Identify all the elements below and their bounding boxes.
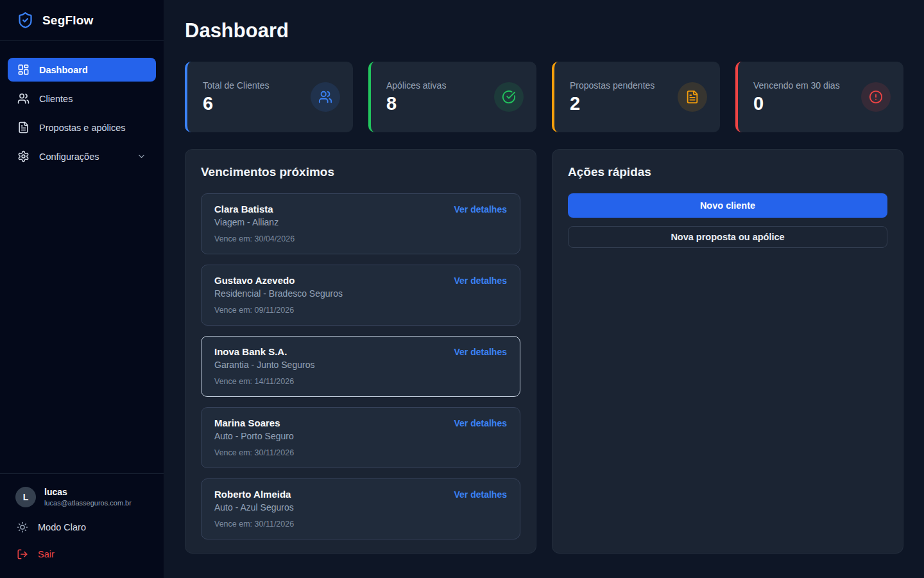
logo: SegFlow xyxy=(0,0,164,41)
stat-label: Propostas pendentes xyxy=(570,80,654,91)
user-name: lucas xyxy=(44,487,132,498)
due-date: Vence em: 30/11/2026 xyxy=(214,448,507,457)
stat-value: 6 xyxy=(203,94,270,114)
log-out-icon xyxy=(17,548,28,560)
users-icon xyxy=(311,82,340,112)
view-details-link[interactable]: Ver detalhes xyxy=(454,347,508,357)
due-date: Vence em: 30/04/2026 xyxy=(214,234,507,243)
new-client-button[interactable]: Novo cliente xyxy=(568,193,887,218)
user-profile: L lucas lucas@atlasseguros.com.br xyxy=(15,487,148,507)
logout-label: Sair xyxy=(38,549,55,559)
due-date: Vence em: 14/11/2026 xyxy=(214,377,507,386)
user-email: lucas@atlasseguros.com.br xyxy=(44,498,132,507)
stat-label: Apólices ativas xyxy=(386,80,446,91)
chevron-down-icon xyxy=(137,152,146,161)
sidebar-item-dashboard[interactable]: Dashboard xyxy=(8,58,156,82)
expiration-list-item: Inova Bank S.A. Garantia - Junto Seguros… xyxy=(201,336,520,397)
policy-info: Garantia - Junto Seguros xyxy=(214,360,507,370)
quick-actions-panel: Ações rápidas Novo cliente Nova proposta… xyxy=(552,149,903,554)
policy-info: Auto - Azul Seguros xyxy=(214,502,507,512)
users-icon xyxy=(17,92,30,105)
quick-actions-title: Ações rápidas xyxy=(568,165,887,179)
expiration-list-item: Gustavo Azevedo Residencial - Bradesco S… xyxy=(201,265,520,326)
expirations-title: Vencimentos próximos xyxy=(201,165,520,179)
theme-toggle[interactable]: Modo Claro xyxy=(15,520,148,534)
file-text-icon xyxy=(17,121,30,134)
sidebar: SegFlow Dashboard Clientes Propostas e a… xyxy=(0,0,164,578)
alert-circle-icon xyxy=(861,82,891,112)
due-date: Vence em: 09/11/2026 xyxy=(214,306,507,315)
view-details-link[interactable]: Ver detalhes xyxy=(454,276,508,286)
file-text-icon xyxy=(678,82,707,112)
expiration-list-item: Roberto Almeida Auto - Azul Seguros Venc… xyxy=(201,478,520,539)
policy-info: Auto - Porto Seguro xyxy=(214,431,507,441)
stat-value: 8 xyxy=(386,94,446,114)
stat-value: 0 xyxy=(753,94,840,114)
policy-info: Residencial - Bradesco Seguros xyxy=(214,288,507,299)
sun-icon xyxy=(17,521,28,533)
stat-label: Total de Clientes xyxy=(203,80,270,91)
stat-card: Propostas pendentes 2 xyxy=(552,62,720,132)
page-title: Dashboard xyxy=(185,19,903,42)
sidebar-item-clientes[interactable]: Clientes xyxy=(8,87,156,110)
stat-label: Vencendo em 30 dias xyxy=(753,80,840,91)
shield-check-icon xyxy=(17,12,34,29)
main-content: Dashboard Total de Clientes 6 Apólices a… xyxy=(164,0,924,578)
dashboard-icon xyxy=(17,64,30,76)
upcoming-expirations-panel: Vencimentos próximos Clara Batista Viage… xyxy=(185,149,536,554)
theme-toggle-label: Modo Claro xyxy=(38,522,86,532)
view-details-link[interactable]: Ver detalhes xyxy=(454,418,508,428)
expiration-list-item: Marina Soares Auto - Porto Seguro Vence … xyxy=(201,407,520,468)
panels: Vencimentos próximos Clara Batista Viage… xyxy=(185,149,903,554)
gear-icon xyxy=(17,150,30,162)
due-date: Vence em: 30/11/2026 xyxy=(214,520,507,529)
sidebar-footer: L lucas lucas@atlasseguros.com.br Modo C… xyxy=(0,473,164,578)
logout-button[interactable]: Sair xyxy=(15,547,148,561)
sidebar-item-propostas-e-ap-lices[interactable]: Propostas e apólices xyxy=(8,116,156,139)
app-name: SegFlow xyxy=(42,13,94,28)
new-proposal-button[interactable]: Nova proposta ou apólice xyxy=(568,226,887,248)
stat-card: Vencendo em 30 dias 0 xyxy=(735,62,903,132)
expirations-list: Clara Batista Viagem - Allianz Vence em:… xyxy=(201,193,520,539)
sidebar-item-configura-es[interactable]: Configurações xyxy=(8,144,156,168)
stat-cards: Total de Clientes 6 Apólices ativas 8 Pr… xyxy=(185,62,903,132)
app-window: SegFlow Dashboard Clientes Propostas e a… xyxy=(0,0,924,578)
expiration-list-item: Clara Batista Viagem - Allianz Vence em:… xyxy=(201,193,520,254)
view-details-link[interactable]: Ver detalhes xyxy=(454,489,508,500)
avatar: L xyxy=(15,487,36,507)
stat-card: Total de Clientes 6 xyxy=(185,62,353,132)
view-details-link[interactable]: Ver detalhes xyxy=(454,204,508,215)
sidebar-nav: Dashboard Clientes Propostas e apólices … xyxy=(0,41,164,473)
check-circle-icon xyxy=(494,82,524,112)
stat-value: 2 xyxy=(570,94,654,114)
policy-info: Viagem - Allianz xyxy=(214,217,507,227)
stat-card: Apólices ativas 8 xyxy=(368,62,536,132)
